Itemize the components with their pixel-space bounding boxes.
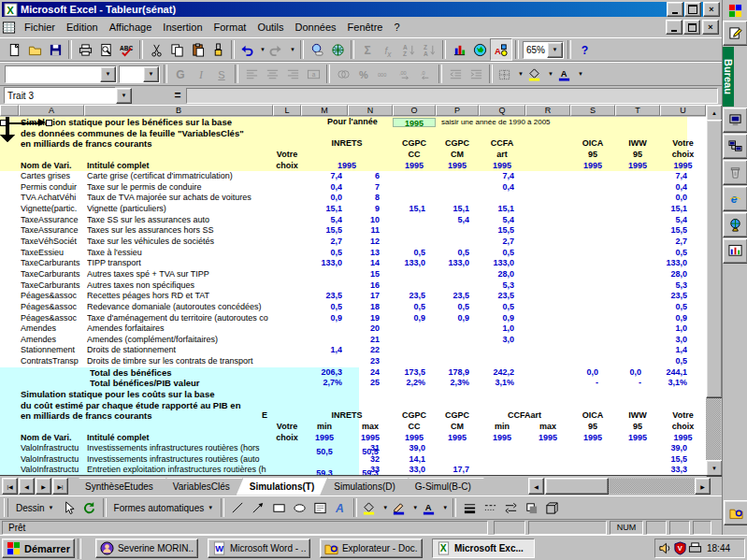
value-cell-Q24[interactable]: 242,2: [479, 367, 514, 379]
value-cell-U21[interactable]: 3,0: [660, 335, 687, 346]
value-cell-M7[interactable]: 0,4: [301, 182, 342, 194]
label-A23[interactable]: ContratsTransp: [21, 356, 82, 367]
value-cell-M10[interactable]: 5,4: [301, 215, 342, 226]
value-cell-U32[interactable]: 15,5: [660, 454, 687, 466]
value-cell-Q13[interactable]: 0,5: [479, 248, 514, 259]
column-header-T[interactable]: T: [615, 105, 660, 116]
value-cell-O9[interactable]: 15,1: [393, 204, 425, 215]
value-cell-P25[interactable]: 2,3%: [436, 378, 469, 389]
merged-value-N31[interactable]: 50,5: [348, 447, 393, 458]
size-combo-dropdown[interactable]: ▼: [143, 66, 159, 82]
label-A12[interactable]: TaxeVéhSociét: [21, 237, 82, 248]
value-cell-U22[interactable]: 1,4: [660, 345, 687, 356]
value-cell-N10[interactable]: 10: [348, 215, 380, 226]
value-cell-Q16[interactable]: 5,3: [479, 280, 514, 292]
value-cell-Q20[interactable]: 1,0: [479, 323, 514, 335]
label-B21[interactable]: Amendes (complément/forfaitaires): [87, 335, 271, 346]
label-B19[interactable]: Taxe d'aménagement du territoire (autoro…: [87, 313, 271, 324]
value-cell-U8[interactable]: 0,0: [660, 193, 687, 204]
name-box[interactable]: Trait 3: [4, 87, 116, 104]
value-cell-M19[interactable]: 0,9: [301, 313, 342, 324]
print-button[interactable]: [75, 39, 95, 60]
tab-last[interactable]: ▶|: [52, 478, 68, 495]
tab-next[interactable]: ▶: [36, 478, 51, 495]
sheet-tab-synthseetudes[interactable]: SynthèseEtudes: [72, 478, 166, 495]
value-cell-U17[interactable]: 23,5: [660, 291, 687, 302]
label-A33[interactable]: ValoInfrastructu: [21, 465, 82, 475]
label-A17[interactable]: Péages&assoc: [21, 291, 82, 302]
menu-affichage[interactable]: Affichage: [104, 20, 158, 35]
function-button[interactable]: fx: [378, 39, 398, 60]
value-cell-M17[interactable]: 23,5: [301, 291, 342, 302]
label-B18[interactable]: Redevance domaniale (autoroutes concédée…: [87, 302, 271, 313]
value-cell-O14[interactable]: 133,0: [393, 258, 425, 269]
free-rotate-button[interactable]: [79, 497, 100, 518]
value-cell-N25[interactable]: 25: [348, 378, 380, 389]
office-globe-icon[interactable]: [723, 212, 747, 237]
printer-tray-icon[interactable]: [688, 541, 703, 556]
value-cell-Q15[interactable]: 28,0: [479, 269, 514, 280]
toolbar-grip[interactable]: [4, 498, 8, 517]
dessin-menu[interactable]: Dessin ▼: [11, 498, 59, 517]
vscroll-thumb[interactable]: [706, 120, 723, 398]
label-B20[interactable]: Amendes forfaitaires: [87, 323, 271, 335]
help-button[interactable]: ?: [574, 39, 595, 60]
title-bar[interactable]: X Microsoft Excel - Tableur(sénat) ×: [2, 2, 720, 17]
value-cell-M13[interactable]: 0,5: [301, 248, 342, 259]
text-box-button[interactable]: [309, 497, 330, 518]
task-excel[interactable]: XMicrosoft Exc...: [432, 538, 535, 558]
dec-indent-button[interactable]: [445, 64, 466, 84]
task-user[interactable]: Severine MORIN...: [95, 538, 198, 558]
wordart-button[interactable]: A: [330, 497, 351, 518]
value-cell-N11[interactable]: 11: [348, 225, 380, 237]
menu-outils[interactable]: Outils: [251, 20, 289, 35]
paste-button[interactable]: [187, 39, 208, 60]
close-button[interactable]: ×: [703, 2, 720, 17]
size-combo[interactable]: ▼: [119, 65, 160, 83]
selection-handle-right[interactable]: [46, 120, 52, 126]
label-B31[interactable]: Investissements infrastructures routière…: [87, 443, 266, 454]
value-cell-P24[interactable]: 178,9: [436, 367, 469, 379]
new-button[interactable]: [4, 39, 24, 60]
value-cell-P17[interactable]: 23,5: [436, 291, 469, 302]
column-header-B[interactable]: B: [84, 105, 273, 116]
menu-fentre[interactable]: Fenêtre: [342, 20, 389, 35]
value-cell-O13[interactable]: 0,5: [393, 248, 425, 259]
arrow-style-button[interactable]: [500, 497, 521, 518]
hscroll-right-button[interactable]: ▶: [695, 478, 711, 495]
redo-button[interactable]: ▼: [267, 39, 297, 60]
label-B33[interactable]: Entretien exploitation infrastructures r…: [87, 465, 266, 475]
column-header-A[interactable]: A: [19, 105, 84, 116]
font-color-button[interactable]: A▼: [555, 64, 585, 84]
label-B8[interactable]: Taux de TVA majorée sur achats de voitur…: [87, 193, 271, 204]
label-B7[interactable]: Taxe sur le permis de conduire: [87, 182, 271, 194]
doc-close-button[interactable]: ×: [702, 20, 719, 35]
task-explorer[interactable]: Explorateur - Doc...: [320, 538, 423, 558]
thousands-button[interactable]: 000: [374, 64, 395, 84]
sort-asc-button[interactable]: AZ: [398, 39, 419, 60]
value-cell-N23[interactable]: 23: [348, 356, 380, 367]
align-left-button[interactable]: [241, 64, 262, 84]
value-cell-U19[interactable]: 0,9: [660, 313, 687, 324]
value-cell-M9[interactable]: 15,1: [301, 204, 342, 215]
value-cell-U10[interactable]: 5,4: [660, 215, 687, 226]
label-B16[interactable]: Autres taxes non spécifiques: [87, 280, 271, 292]
office-ie-icon[interactable]: e: [723, 186, 747, 211]
label-A6[interactable]: Cartes grises: [21, 171, 82, 182]
value-cell-N7[interactable]: 7: [348, 182, 380, 194]
value-cell-P33[interactable]: 17,7: [436, 465, 469, 475]
oval-button[interactable]: [289, 497, 309, 518]
label-B11[interactable]: Taxes sur les assurances hors SS: [87, 225, 271, 237]
value-cell-N13[interactable]: 13: [348, 248, 380, 259]
value-cell-U20[interactable]: 1,0: [660, 323, 687, 335]
value-cell-U33[interactable]: 33,3: [660, 465, 687, 475]
value-cell-U25[interactable]: 3,1%: [660, 378, 687, 389]
value-cell-O17[interactable]: 23,5: [393, 291, 425, 302]
open-button[interactable]: [24, 39, 45, 60]
value-cell-O32[interactable]: 14,1: [393, 454, 425, 466]
value-cell-Q6[interactable]: 7,4: [479, 171, 514, 182]
currency-button[interactable]: [333, 64, 353, 84]
label-A19[interactable]: Péages&assoc: [21, 313, 82, 324]
spelling-button[interactable]: ABC: [116, 39, 136, 60]
sheet-tab-simulationst[interactable]: Simulations(T): [237, 478, 327, 495]
